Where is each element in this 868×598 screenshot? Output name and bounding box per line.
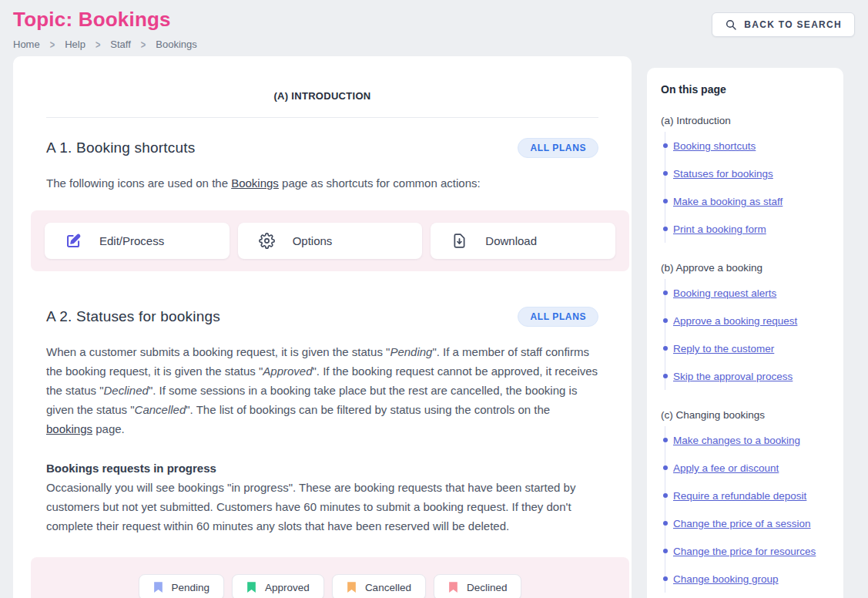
toc-item: Change the price for resources [665, 537, 829, 565]
bullet-dot [663, 493, 668, 498]
status-label: Pending [172, 582, 210, 593]
toc-item: Reply to the customer [665, 334, 829, 362]
status-chip-approved: Approved [232, 574, 324, 598]
toc-item: Booking request alerts [665, 279, 829, 307]
toc-item: Require a refundable deposit [665, 482, 829, 509]
shortcut-edit-process: Edit/Process [45, 223, 230, 259]
toc-item: Make a booking as staff [665, 187, 829, 215]
toc-link-change-the-price-for-resources[interactable]: Change the price for resources [673, 546, 816, 557]
bullet-dot [663, 171, 668, 176]
page-header: Topic: Bookings Home > Help > Staff > Bo… [0, 0, 868, 50]
bookings-page-link[interactable]: bookings [46, 422, 92, 435]
shortcuts-example-panel: Edit/Process Options [31, 210, 629, 271]
section-heading: A 2. Statuses for bookings [46, 308, 220, 325]
shortcut-options: Options [238, 223, 423, 259]
status-label: Cancelled [365, 582, 411, 593]
toc-link-list: Make changes to a booking Apply a fee or… [665, 426, 829, 593]
toc-link-reply-to-the-customer[interactable]: Reply to the customer [673, 343, 774, 354]
back-to-search-label: BACK TO SEARCH [744, 19, 842, 30]
page-body: (A) INTRODUCTION A 1. Booking shortcuts … [0, 50, 868, 598]
toc-link-change-booking-group[interactable]: Change booking group [673, 573, 779, 585]
sidebar-title: On this page [661, 83, 829, 96]
breadcrumb: Home > Help > Staff > Bookings [13, 39, 197, 50]
toc-link-list: Booking request alerts Approve a booking… [665, 279, 829, 390]
toc-group-c: (c) Changing bookings [661, 409, 829, 421]
toc-item: Change booking group [665, 565, 829, 593]
paragraph: Occasionally you will see bookings "in p… [46, 478, 598, 536]
section-booking-shortcuts: A 1. Booking shortcuts ALL PLANS The fol… [31, 138, 614, 271]
chevron-right-icon: > [96, 39, 100, 50]
breadcrumb-bookings[interactable]: Bookings [156, 39, 196, 50]
toc-link-booking-request-alerts[interactable]: Booking request alerts [673, 287, 776, 299]
bookmark-icon [347, 581, 357, 593]
bullet-dot [663, 346, 668, 351]
bookings-page-link[interactable]: Bookings [231, 176, 279, 190]
status-chip-declined: Declined [434, 574, 522, 598]
all-plans-badge: ALL PLANS [518, 307, 598, 327]
divider [46, 117, 598, 118]
toc-item: Make changes to a booking [665, 426, 829, 454]
main-content: (A) INTRODUCTION A 1. Booking shortcuts … [13, 56, 632, 598]
bullet-dot [663, 318, 668, 323]
toc-item: Statuses for bookings [665, 160, 829, 187]
toc-item: Approve a booking request [665, 307, 829, 334]
toc-group-b: (b) Approve a booking [661, 262, 829, 274]
toc-link-apply-a-fee-or-discount[interactable]: Apply a fee or discount [673, 462, 779, 474]
breadcrumb-staff[interactable]: Staff [110, 39, 131, 50]
toc-item: Change the price of a session [665, 509, 829, 537]
breadcrumb-help[interactable]: Help [65, 39, 85, 50]
toc-item: Booking shortcuts [665, 132, 829, 160]
toc-link-print-a-booking-form[interactable]: Print a booking form [673, 223, 766, 235]
toc-item: Apply a fee or discount [665, 454, 829, 482]
bullet-dot [663, 227, 668, 231]
shortcut-download: Download [431, 223, 615, 259]
bookmark-icon [246, 581, 256, 593]
breadcrumb-home[interactable]: Home [13, 39, 40, 50]
back-to-search-button[interactable]: BACK TO SEARCH [712, 12, 855, 37]
paragraph: When a customer submits a booking reques… [46, 342, 598, 438]
all-plans-badge: ALL PLANS [518, 138, 598, 158]
bullet-dot [663, 438, 668, 442]
bullet-dot [663, 199, 668, 203]
toc-link-statuses-for-bookings[interactable]: Statuses for bookings [673, 168, 773, 180]
search-icon [725, 18, 737, 31]
chevron-right-icon: > [141, 39, 146, 50]
bullet-dot [663, 465, 668, 470]
toc-link-require-a-refundable-deposit[interactable]: Require a refundable deposit [673, 490, 806, 502]
bullet-dot [663, 549, 668, 553]
toc-link-skip-the-approval-process[interactable]: Skip the approval process [673, 371, 793, 382]
on-this-page-sidebar: On this page (a) Introduction Booking sh… [647, 68, 843, 598]
edit-icon [65, 233, 82, 249]
toc-link-change-the-price-of-a-session[interactable]: Change the price of a session [673, 518, 811, 529]
subheading: Bookings requests in progress [46, 459, 598, 478]
toc-item: Skip the approval process [665, 362, 829, 390]
toc-link-make-a-booking-as-staff[interactable]: Make a booking as staff [673, 196, 783, 207]
status-chip-pending: Pending [139, 574, 225, 598]
shortcut-label: Edit/Process [99, 234, 164, 247]
bullet-dot [663, 374, 668, 378]
shortcut-label: Options [293, 234, 333, 247]
shortcut-label: Download [485, 234, 537, 247]
section-statuses-for-bookings: A 2. Statuses for bookings ALL PLANS Whe… [31, 307, 614, 598]
download-icon [451, 233, 468, 249]
statuses-example-panel: Pending Approved Cancelled [31, 557, 629, 598]
header-left: Topic: Bookings Home > Help > Staff > Bo… [13, 8, 197, 50]
toc-link-make-changes-to-a-booking[interactable]: Make changes to a booking [673, 435, 800, 446]
chevron-right-icon: > [50, 39, 55, 50]
page-title: Topic: Bookings [13, 8, 197, 32]
toc-link-approve-a-booking-request[interactable]: Approve a booking request [673, 315, 797, 327]
bullet-dot [663, 576, 668, 581]
toc-group-a: (a) Introduction [661, 115, 829, 126]
bullet-dot [663, 291, 668, 295]
bookmark-icon [153, 581, 163, 593]
gear-icon [259, 233, 275, 249]
section-heading: A 1. Booking shortcuts [46, 139, 195, 156]
paragraph: The following icons are used on the Book… [46, 173, 598, 193]
status-label: Approved [265, 582, 310, 593]
status-label: Declined [467, 582, 508, 593]
bookmark-icon [448, 581, 458, 593]
toc-link-booking-shortcuts[interactable]: Booking shortcuts [673, 140, 756, 152]
bullet-dot [663, 143, 668, 148]
toc-item: Print a booking form [665, 215, 829, 243]
status-chip-cancelled: Cancelled [332, 574, 426, 598]
